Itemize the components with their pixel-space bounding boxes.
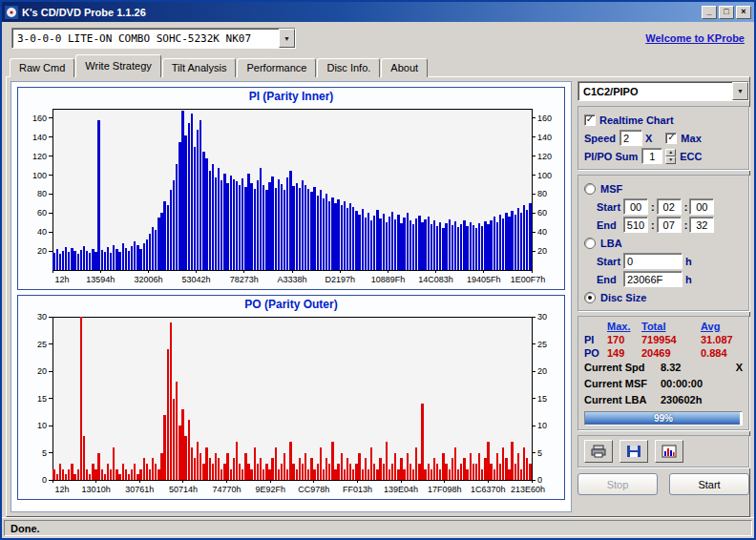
msf-end-min-input[interactable]: 510 <box>623 217 648 233</box>
floppy-disk-icon <box>626 445 641 458</box>
current-msf-row: Current MSF 00:00:00 <box>584 375 743 391</box>
svg-text:139E04h: 139E04h <box>384 485 418 494</box>
svg-text:10889Fh: 10889Fh <box>371 275 406 284</box>
svg-text:25: 25 <box>37 340 47 349</box>
svg-text:A3338h: A3338h <box>277 275 306 284</box>
minimize-button[interactable]: _ <box>702 6 717 19</box>
tab-performance[interactable]: Performance <box>237 58 316 77</box>
svg-text:12h: 12h <box>54 485 69 494</box>
svg-text:50714h: 50714h <box>169 485 198 494</box>
msf-end-frame-input[interactable]: 32 <box>689 217 714 233</box>
action-buttons: Stop Start <box>578 473 749 495</box>
msf-start-min-input[interactable]: 00 <box>623 198 648 215</box>
svg-text:15: 15 <box>37 394 47 404</box>
stats-header-max: Max. <box>607 321 641 332</box>
svg-text:30: 30 <box>537 312 547 322</box>
msf-start-frame-input[interactable]: 00 <box>689 198 714 215</box>
pi-chart-box: PI (Parity Inner) 2020404060608080100100… <box>17 87 565 290</box>
dropdown-arrow-icon[interactable]: ▼ <box>279 29 295 48</box>
tab-about[interactable]: About <box>381 58 428 77</box>
tab-disc-info[interactable]: Disc Info. <box>317 58 380 77</box>
pi-avg-value: 31.087 <box>701 334 746 345</box>
svg-text:0: 0 <box>537 475 542 485</box>
status-bar: Done. <box>2 517 754 538</box>
msf-separator: : <box>651 201 655 213</box>
close-button[interactable]: × <box>736 6 751 19</box>
status-field: Done. <box>4 520 752 536</box>
max-label: Max <box>681 133 701 144</box>
stop-button[interactable]: Stop <box>578 473 658 495</box>
lba-start-input[interactable]: 0 <box>623 253 682 269</box>
svg-text:160: 160 <box>32 114 47 123</box>
mode-select[interactable]: C1C2/PIPO ▼ <box>578 81 749 101</box>
po-avg-value: 0.884 <box>701 347 746 359</box>
max-speed-checkbox[interactable]: ✓ <box>665 133 677 144</box>
maximize-button[interactable]: □ <box>719 6 734 19</box>
svg-text:15: 15 <box>537 394 547 404</box>
disc-size-radio[interactable] <box>584 292 596 303</box>
title-bar: K's CD/DVD Probe 1.1.26 _ □ × <box>2 2 754 22</box>
spinner-up-icon[interactable]: ▲ <box>665 149 676 156</box>
svg-text:10: 10 <box>37 421 47 430</box>
tab-raw-cmd[interactable]: Raw Cmd <box>10 58 74 77</box>
speed-input[interactable]: 2 <box>620 130 642 146</box>
pi-chart-title: PI (Parity Inner) <box>20 90 562 104</box>
spinner-down-icon[interactable]: ▼ <box>665 156 676 164</box>
svg-text:100: 100 <box>537 171 552 180</box>
export-chart-button[interactable] <box>655 440 683 463</box>
svg-text:30: 30 <box>37 312 47 322</box>
minimize-icon: _ <box>706 8 711 16</box>
svg-text:13594h: 13594h <box>86 275 115 284</box>
svg-text:17F098h: 17F098h <box>428 485 462 494</box>
dropdown-arrow-icon[interactable]: ▼ <box>732 82 748 100</box>
sidebar: C1C2/PIPO ▼ ✓ Realtime Chart Speed 2 X ✓… <box>578 81 749 495</box>
save-button[interactable] <box>620 440 648 463</box>
svg-text:80: 80 <box>37 189 47 198</box>
start-button[interactable]: Start <box>669 473 749 495</box>
svg-text:60: 60 <box>37 208 47 218</box>
pi-row-label: PI <box>584 334 603 345</box>
svg-text:1E00F7h: 1E00F7h <box>511 275 546 284</box>
pi-chart: 2020404060608080100100120120140140160160… <box>20 104 562 285</box>
tab-tilt-analysis[interactable]: Tilt Analysis <box>162 58 237 77</box>
range-group: MSF Start 00 : 02 : 00 End 510 : 07 : 32 <box>578 175 749 311</box>
svg-text:213E60h: 213E60h <box>511 485 545 494</box>
msf-start-sec-input[interactable]: 02 <box>657 198 682 215</box>
svg-text:5: 5 <box>42 448 47 458</box>
svg-text:60: 60 <box>537 208 547 218</box>
msf-end-sec-input[interactable]: 07 <box>657 217 682 233</box>
welcome-link[interactable]: Welcome to KProbe <box>645 32 745 44</box>
current-speed-row: Current Spd 8.32 X <box>584 359 743 375</box>
drive-select[interactable]: 3-0-0-0 LITE-ON COMBO SOHC-5232K NK07 ▼ <box>11 28 296 49</box>
close-icon: × <box>741 8 746 16</box>
window-title: K's CD/DVD Probe 1.1.26 <box>22 7 146 18</box>
tab-write-strategy[interactable]: Write Strategy <box>75 54 161 77</box>
realtime-chart-checkbox[interactable]: ✓ <box>584 114 596 126</box>
svg-text:30761h: 30761h <box>125 485 154 494</box>
svg-text:13010h: 13010h <box>82 485 111 494</box>
svg-text:5: 5 <box>537 448 542 458</box>
speed-label: Speed <box>584 133 616 144</box>
svg-text:78273h: 78273h <box>230 275 259 284</box>
lba-radio[interactable] <box>584 238 596 249</box>
progress-bar: 99% <box>584 411 743 426</box>
print-button[interactable] <box>584 440 613 463</box>
svg-text:40: 40 <box>37 227 47 237</box>
msf-radio[interactable] <box>584 183 596 195</box>
check-icon: ✓ <box>586 114 594 124</box>
realtime-chart-label: Realtime Chart <box>599 114 674 126</box>
printer-icon <box>591 445 606 458</box>
current-msf-value: 00:00:00 <box>661 378 731 389</box>
po-chart: 00551010151520202525303012h13010h30761h5… <box>20 312 562 495</box>
svg-text:20: 20 <box>537 366 547 376</box>
chart-options-group: ✓ Realtime Chart Speed 2 X ✓ Max PI/PO S… <box>578 106 749 170</box>
lba-end-input[interactable]: 23066F <box>623 271 682 287</box>
svg-text:20: 20 <box>37 366 47 376</box>
pipo-sum-input[interactable]: 1 <box>641 148 662 164</box>
svg-text:12h: 12h <box>54 275 69 284</box>
icon-toolbar <box>578 435 749 467</box>
po-chart-box: PO (Parity Outer) 0055101015152020252530… <box>17 295 565 500</box>
svg-text:140: 140 <box>32 133 47 142</box>
svg-text:140: 140 <box>537 133 552 142</box>
po-row-label: PO <box>584 347 603 359</box>
